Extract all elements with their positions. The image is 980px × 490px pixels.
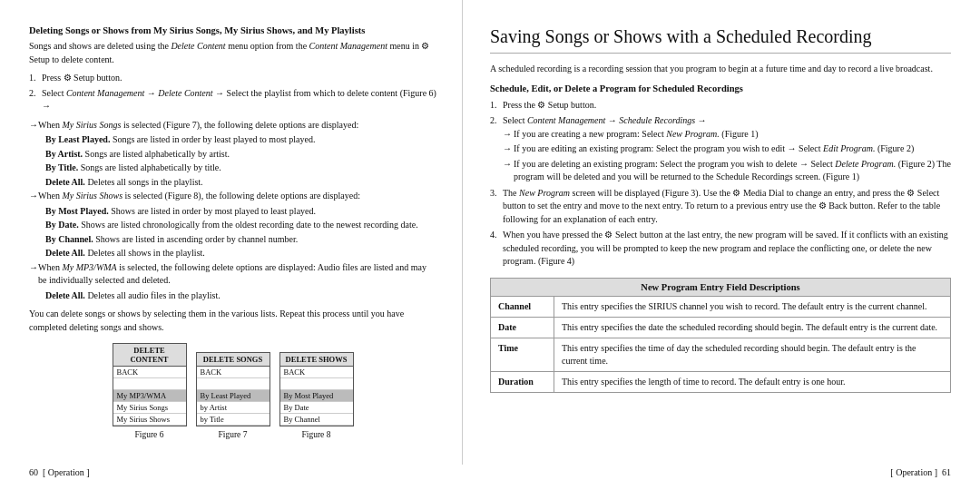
right-step-1: 1.Press the ⚙ Setup button. <box>490 99 951 113</box>
figure-7-label: Figure 7 <box>219 430 248 439</box>
field-duration: Duration <box>491 371 554 392</box>
indent-delete-all-songs: Delete All. Deletes all songs in the pla… <box>29 176 436 190</box>
figure-8-title: DELETE SHOWS <box>280 353 353 367</box>
figure-6-back: BACK <box>113 367 186 378</box>
right-page-number: [ Operation ] 61 <box>890 467 951 477</box>
figure-7-artist: by Artist <box>197 402 270 414</box>
indent-by-title: By Title. Songs are listed alphabeticall… <box>29 162 436 175</box>
right-section-title: Schedule, Edit, or Delete a Program for … <box>490 83 951 93</box>
right-page-title: Saving Songs or Shows with a Scheduled R… <box>490 25 951 54</box>
arrow-mp3-wma: When My MP3/WMA is selected, the followi… <box>29 261 436 288</box>
left-intro: Songs and shows are deleted using the De… <box>29 40 436 66</box>
field-channel: Channel <box>491 296 554 317</box>
arrow-sirius-songs: When My Sirius Songs is selected (Figure… <box>29 119 436 132</box>
desc-time: This entry specifies the time of day the… <box>554 338 951 371</box>
description-table: New Program Entry Field Descriptions Cha… <box>490 278 951 393</box>
left-page: Deleting Songs or Shows from My Sirius S… <box>0 0 463 490</box>
figure-7-title: DELETE SONGS <box>197 353 270 367</box>
right-step-4: 4.When you have pressed the ⚙ Select but… <box>490 229 951 269</box>
figure-7-least: By Least Played <box>197 390 270 402</box>
table-row-date: Date This entry specifies the date the s… <box>491 317 951 338</box>
figure-6-mp3: My MP3/WMA <box>113 390 186 402</box>
left-outro: You can delete songs or shows by selecti… <box>29 308 436 334</box>
indent-by-channel: By Channel. Shows are listed in ascendin… <box>29 233 436 247</box>
left-step-2: 2.Select Content Management → Delete Con… <box>29 87 436 113</box>
figure-6-title: DELETE CONTENT <box>113 344 186 367</box>
figure-8-label: Figure 8 <box>302 430 331 439</box>
desc-date: This entry specifies the date the schedu… <box>554 317 951 338</box>
figure-6-spacer <box>113 378 186 390</box>
figure-7-box: DELETE SONGS BACK By Least Played by Art… <box>196 352 270 439</box>
left-step-1: 1.Press ⚙ Setup button. <box>29 72 436 85</box>
arrow-new-program: If you are creating a new program: Selec… <box>503 128 951 142</box>
figure-8-box: DELETE SHOWS BACK By Most Played By Date… <box>279 352 354 439</box>
table-row-time: Time This entry specifies the time of da… <box>491 338 951 371</box>
table-row-duration: Duration This entry specifies the length… <box>491 371 951 392</box>
indent-least-played: By Least Played. Songs are listed in ord… <box>29 133 436 147</box>
figure-7-title-item: by Title <box>197 414 270 426</box>
figure-6-menu: DELETE CONTENT BACK My MP3/WMA My Sirius… <box>113 343 187 426</box>
right-step-2: 2.Select Content Management → Schedule R… <box>490 114 951 184</box>
left-section-title: Deleting Songs or Shows from My Sirius S… <box>29 25 436 35</box>
figures-container: DELETE CONTENT BACK My MP3/WMA My Sirius… <box>29 343 436 439</box>
arrow-sirius-shows: When My Sirius Shows is selected (Figure… <box>29 190 436 203</box>
figure-8-back: BACK <box>280 367 353 378</box>
figure-8-date: By Date <box>280 402 353 414</box>
field-date: Date <box>491 317 554 338</box>
right-steps: 1.Press the ⚙ Setup button. 2.Select Con… <box>490 99 951 269</box>
figure-7-back: BACK <box>197 367 270 378</box>
indent-delete-all-shows: Delete All. Deletes all shows in the pla… <box>29 247 436 260</box>
figure-7-menu: DELETE SONGS BACK By Least Played by Art… <box>196 352 270 426</box>
indent-by-artist: By Artist. Songs are listed alphabetical… <box>29 148 436 162</box>
table-row-channel: Channel This entry specifies the SIRIUS … <box>491 296 951 317</box>
indent-by-date: By Date. Shows are listed chronologicall… <box>29 219 436 232</box>
figure-8-most: By Most Played <box>280 390 353 402</box>
figure-7-spacer <box>197 378 270 390</box>
figure-6-shows: My Sirius Shows <box>113 414 186 426</box>
left-page-number: 60 [ Operation ] <box>29 467 90 477</box>
left-steps: 1.Press ⚙ Setup button. 2.Select Content… <box>29 72 436 113</box>
figure-6-label: Figure 6 <box>135 430 164 439</box>
figure-6-songs: My Sirius Songs <box>113 402 186 414</box>
desc-duration: This entry specifies the length of time … <box>554 371 951 392</box>
indent-delete-all-mp3: Delete All. Deletes all audio files in t… <box>29 289 436 303</box>
figure-6-box: DELETE CONTENT BACK My MP3/WMA My Sirius… <box>113 343 187 439</box>
figure-8-menu: DELETE SHOWS BACK By Most Played By Date… <box>279 352 354 426</box>
field-time: Time <box>491 338 554 371</box>
figure-8-channel: By Channel <box>280 414 353 426</box>
right-step-3: 3.The New Program screen will be display… <box>490 187 951 227</box>
table-header: New Program Entry Field Descriptions <box>491 278 951 296</box>
arrow-edit-program: If you are editing an existing program: … <box>503 142 951 156</box>
desc-channel: This entry specifies the SIRIUS channel … <box>554 296 951 317</box>
arrow-delete-program: If you are deleting an existing program:… <box>503 158 951 184</box>
indent-most-played: By Most Played. Shows are listed in orde… <box>29 205 436 219</box>
figure-8-spacer <box>280 378 353 390</box>
right-intro: A scheduled recording is a recording ses… <box>490 63 951 76</box>
right-page: Saving Songs or Shows with a Scheduled R… <box>463 0 980 490</box>
